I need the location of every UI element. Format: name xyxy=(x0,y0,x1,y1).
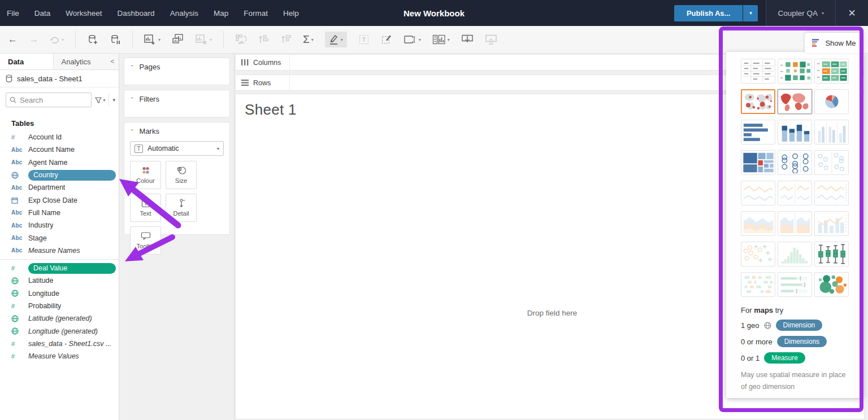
showme-thumb-scatter-plot[interactable] xyxy=(741,242,775,266)
download-button[interactable] xyxy=(461,34,474,45)
showme-thumb-side-by-side-bars[interactable] xyxy=(814,120,849,145)
field-agent-name[interactable]: AbcAgent Name xyxy=(0,156,119,169)
field-account-name[interactable]: AbcAccount Name xyxy=(0,143,119,156)
showme-thumb-bullet-graph[interactable] xyxy=(778,272,812,297)
menu-worksheet[interactable]: Worksheet xyxy=(66,9,102,18)
pause-auto-updates-button[interactable] xyxy=(110,34,121,45)
totals-button[interactable]: Σ ▾ xyxy=(303,33,314,46)
menu-dashboard[interactable]: Dashboard xyxy=(118,9,155,18)
filter-funnel-icon xyxy=(95,97,102,103)
fit-axes-button[interactable]: ▾ xyxy=(403,34,421,45)
showme-thumb-treemap[interactable] xyxy=(741,150,775,175)
show-me-tab[interactable]: Show Me xyxy=(805,33,863,53)
showme-thumb-histogram[interactable] xyxy=(778,242,812,266)
sort-descending-button[interactable] xyxy=(280,34,292,45)
collapse-pane-button[interactable]: < xyxy=(106,54,119,69)
collapse-chevron-icon[interactable]: ⌃ xyxy=(130,97,134,102)
sheet-title[interactable]: Sheet 1 xyxy=(245,101,297,119)
fit-view-button[interactable]: ▾ xyxy=(432,34,450,45)
menu-data[interactable]: Data xyxy=(34,9,51,18)
datasource-item[interactable]: sales_data - Sheet1 xyxy=(0,70,119,88)
showme-thumb-dual-lines[interactable] xyxy=(814,181,849,205)
replay-button[interactable]: ▾ xyxy=(50,35,64,44)
menu-analysis[interactable]: Analysis xyxy=(170,9,198,18)
showme-thumb-lines-continuous[interactable] xyxy=(741,181,775,205)
field-exp-close-date[interactable]: Exp Close Date xyxy=(0,194,119,206)
tab-analytics[interactable]: Analytics xyxy=(53,54,107,69)
showme-thumb-dual-combination[interactable] xyxy=(814,211,849,236)
show-mark-labels-button[interactable] xyxy=(358,34,370,45)
showme-thumb-area-continuous[interactable] xyxy=(741,211,775,236)
showme-thumb-stacked-bars[interactable] xyxy=(778,120,812,145)
field-latitude[interactable]: Latitude xyxy=(0,274,119,287)
field-sales-data-count[interactable]: #sales_data - Sheet1.csv ... xyxy=(0,338,119,350)
mark-type-dropdown[interactable]: T Automatic ▾ xyxy=(130,141,224,156)
highlight-button[interactable]: ▾ xyxy=(325,32,347,47)
publish-dropdown-button[interactable]: ▾ xyxy=(743,5,758,21)
account-menu[interactable]: Coupler QA ▾ xyxy=(766,0,835,26)
detail-button[interactable]: Detail xyxy=(166,194,197,222)
field-deal-value[interactable]: # Deal Value xyxy=(0,262,119,274)
menu-help[interactable]: Help xyxy=(283,9,299,18)
swap-rows-columns-button[interactable] xyxy=(235,34,246,45)
field-stage[interactable]: AbcStage xyxy=(0,231,119,244)
showme-thumb-lines-discrete[interactable] xyxy=(778,181,812,205)
menu-format[interactable]: Format xyxy=(244,9,268,18)
field-latitude-generated[interactable]: Latitude (generated) xyxy=(0,312,119,325)
field-probability[interactable]: #Probability xyxy=(0,300,119,312)
showme-thumb-filled-map[interactable] xyxy=(778,89,812,114)
replay-icon xyxy=(50,35,60,44)
size-button[interactable]: Size xyxy=(166,161,197,189)
field-longitude-generated[interactable]: Longitude (generated) xyxy=(0,325,119,337)
field-full-name[interactable]: AbcFull Name xyxy=(0,207,119,219)
new-worksheet-button[interactable]: ▾ xyxy=(144,34,160,45)
filters-shelf[interactable]: ⌃Filters xyxy=(124,90,230,117)
field-account-id[interactable]: #Account Id xyxy=(0,131,119,143)
undo-button[interactable]: ← xyxy=(8,34,18,45)
presentation-mode-button[interactable] xyxy=(485,34,497,45)
showme-thumb-area-discrete[interactable] xyxy=(778,211,812,236)
menu-file[interactable]: File xyxy=(7,9,19,18)
field-country[interactable]: Country xyxy=(0,169,119,181)
format-button[interactable] xyxy=(381,34,392,45)
sort-ascending-button[interactable] xyxy=(258,34,269,45)
columns-icon xyxy=(241,59,249,65)
showme-thumb-horizontal-bars[interactable] xyxy=(741,120,775,145)
abc-icon: Abc xyxy=(11,247,28,253)
showme-thumb-gantt[interactable] xyxy=(741,272,775,297)
new-worksheet-icon xyxy=(144,34,157,45)
showme-thumb-pie-chart[interactable] xyxy=(814,89,849,114)
field-measure-values[interactable]: #Measure Values xyxy=(0,350,119,362)
pane-options-button[interactable]: ▾ xyxy=(112,97,115,103)
tab-data[interactable]: Data xyxy=(0,54,53,69)
redo-button[interactable]: → xyxy=(29,34,38,45)
showme-thumb-highlight-table[interactable] xyxy=(814,59,849,84)
showme-thumb-symbol-map[interactable] xyxy=(741,89,775,114)
field-industry[interactable]: AbcIndustry xyxy=(0,219,119,231)
showme-thumb-heat-map[interactable] xyxy=(778,59,812,84)
showme-thumb-box-and-whisker[interactable] xyxy=(814,242,849,266)
showme-thumb-text-table[interactable] xyxy=(741,59,775,84)
colour-button[interactable]: Colour xyxy=(130,161,161,189)
showme-thumb-side-by-side-circles[interactable] xyxy=(814,150,849,175)
menu-map[interactable]: Map xyxy=(214,9,228,18)
search-input[interactable] xyxy=(20,96,65,104)
field-department[interactable]: AbcDepartment xyxy=(0,181,119,194)
filter-fields-button[interactable]: ▾ xyxy=(95,97,105,103)
showme-thumb-packed-bubbles[interactable] xyxy=(814,272,849,297)
field-measure-names[interactable]: AbcMeasure Names xyxy=(0,244,119,257)
drop-field-target[interactable]: Drop field here xyxy=(462,309,643,360)
pages-shelf[interactable]: ⌃Pages xyxy=(124,58,230,85)
dimension-pill: Dimension xyxy=(776,320,823,331)
publish-as-button[interactable]: Publish As... xyxy=(674,5,743,21)
collapse-chevron-icon[interactable]: ⌃ xyxy=(130,129,134,134)
field-longitude[interactable]: Longitude xyxy=(0,287,119,300)
new-data-source-button[interactable] xyxy=(87,34,98,45)
text-button[interactable]: Text xyxy=(130,194,161,222)
tooltip-button[interactable]: Tooltip xyxy=(130,226,161,255)
collapse-chevron-icon[interactable]: ⌃ xyxy=(130,64,134,70)
duplicate-sheet-button[interactable] xyxy=(172,34,184,45)
clear-sheet-button[interactable]: ▾ xyxy=(196,34,212,45)
close-button[interactable]: ✕ xyxy=(835,0,868,26)
showme-thumb-circle-views[interactable] xyxy=(778,150,812,175)
